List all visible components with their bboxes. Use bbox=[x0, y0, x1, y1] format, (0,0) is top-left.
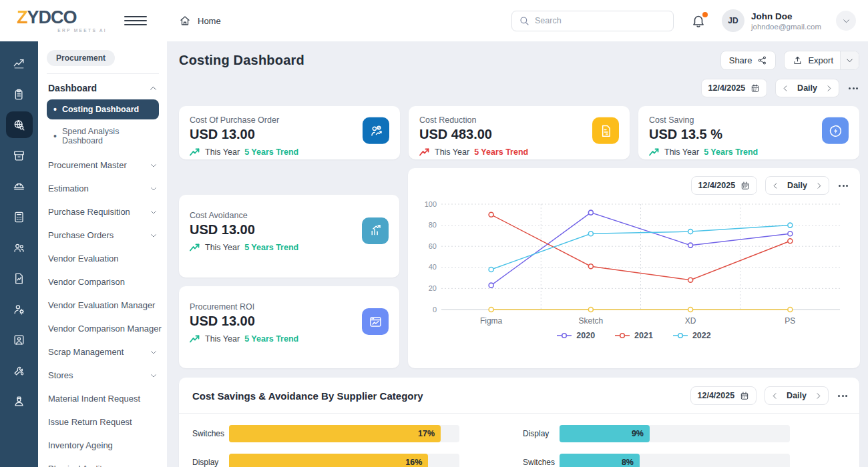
sidebar-item-procurement-master[interactable]: Procurement Master bbox=[47, 153, 163, 177]
user-dropdown-button[interactable] bbox=[836, 11, 856, 31]
bar-label: Switches bbox=[523, 458, 560, 467]
sidebar-item-scrap-management[interactable]: Scrap Management bbox=[47, 340, 163, 364]
period-next-button[interactable] bbox=[815, 182, 823, 189]
sidebar-subitem-costing-dashboard[interactable]: •Costing Dashboard bbox=[47, 99, 159, 119]
bar-value: 17% bbox=[418, 429, 435, 438]
rail-user-settings-icon[interactable] bbox=[6, 296, 33, 322]
rail-team-icon[interactable] bbox=[6, 234, 33, 261]
export-button[interactable]: Export bbox=[784, 51, 859, 70]
bar-track: 8% bbox=[560, 454, 790, 467]
chevron-down-icon bbox=[150, 348, 158, 356]
trend-link[interactable]: 5 Years Trend bbox=[244, 243, 298, 252]
rail-report-icon[interactable] bbox=[6, 265, 33, 292]
share-button[interactable]: Share bbox=[720, 51, 777, 70]
svg-text:80: 80 bbox=[429, 221, 437, 229]
top-bar: ZYDCO ERP MEETS AI Home JD John Doe john… bbox=[0, 0, 868, 41]
period-prev-button[interactable] bbox=[782, 85, 789, 92]
avoidance-bar-chart: Display9%Switches8% bbox=[523, 425, 790, 467]
sidebar-item-physical-audit[interactable]: Physical Audit bbox=[47, 457, 163, 467]
bar-label: Switches bbox=[192, 429, 229, 438]
rail-archive-icon[interactable] bbox=[6, 142, 33, 169]
rail-clipboard-icon[interactable] bbox=[6, 81, 33, 107]
trend-link[interactable]: 5 Years Trend bbox=[704, 147, 758, 157]
sidebar-section-dashboard[interactable]: Dashboard bbox=[47, 74, 163, 97]
more-options-button[interactable] bbox=[837, 394, 849, 398]
user-menu[interactable]: JD John Doe johndoe@gmail.com bbox=[722, 9, 821, 32]
kpi-value: USD 483.00 bbox=[419, 127, 619, 142]
export-dropdown[interactable] bbox=[840, 51, 859, 69]
trend-link[interactable]: 5 Years Trend bbox=[244, 334, 298, 344]
bar-fill: 17% bbox=[229, 425, 441, 442]
user-email: johndoe@gmail.com bbox=[751, 23, 821, 31]
line-chart: 020406080100FigmaSketchXDPS bbox=[419, 197, 849, 330]
menu-toggle-icon[interactable] bbox=[124, 9, 147, 32]
calendar-icon bbox=[740, 181, 750, 190]
home-icon bbox=[179, 15, 191, 27]
kpi-card-cost-saving: Cost SavingUSD 13.5 %This Year5 Years Tr… bbox=[638, 106, 859, 159]
svg-text:PS: PS bbox=[785, 316, 795, 326]
period-next-button[interactable] bbox=[815, 392, 822, 400]
sidebar-subitem-spend-analysis-dashboard[interactable]: •Spend Analysis Dashboard bbox=[47, 121, 159, 151]
kpi-value: USD 13.00 bbox=[190, 127, 389, 142]
period-prev-button[interactable] bbox=[772, 182, 779, 189]
rail-analytics-icon[interactable] bbox=[6, 50, 33, 77]
date-picker[interactable]: 12/4/2025 bbox=[690, 386, 757, 405]
chart-controls: 12/4/2025 Daily bbox=[419, 176, 849, 195]
date-picker[interactable]: 12/4/2025 bbox=[701, 79, 768, 97]
period-switcher: Daily bbox=[775, 79, 839, 97]
logo: ZYDCO ERP MEETS AI bbox=[0, 9, 107, 33]
bars-arrow-icon bbox=[362, 217, 389, 244]
bar-row-switches: Switches8% bbox=[523, 454, 790, 467]
rail-calculator-icon[interactable] bbox=[6, 203, 33, 230]
bar-track: 9% bbox=[560, 425, 790, 442]
sidebar-item-purchase-requisition[interactable]: Purchase Requisition bbox=[47, 200, 163, 223]
sidebar-item-issue-return-request[interactable]: Issue Return Request bbox=[47, 410, 163, 434]
chevron-left-icon bbox=[782, 85, 789, 92]
rail-tools-icon[interactable] bbox=[6, 357, 33, 384]
chevron-right-icon bbox=[815, 392, 822, 400]
sidebar-item-vendor-evaluation[interactable]: Vendor Evaluation bbox=[47, 247, 163, 270]
chevron-right-icon bbox=[815, 182, 823, 189]
chevron-left-icon bbox=[772, 182, 779, 189]
chevron-down-icon bbox=[150, 208, 158, 216]
main-content: Costing Dashboard Share Export 12/4/2025 bbox=[167, 41, 868, 467]
sidebar-item-estimation[interactable]: Estimation bbox=[47, 177, 163, 200]
trend-up-icon bbox=[190, 244, 200, 252]
trend-link[interactable]: 5 Years Trend bbox=[474, 147, 528, 157]
calendar-icon bbox=[740, 391, 749, 400]
period-prev-button[interactable] bbox=[771, 392, 779, 400]
sidebar-item-vendor-comparison[interactable]: Vendor Comparison bbox=[47, 270, 163, 294]
sidebar-item-purchase-orders[interactable]: Purchase Orders bbox=[47, 223, 163, 247]
rail-helmet-icon[interactable] bbox=[6, 173, 33, 199]
trend-link[interactable]: 5 Years Trend bbox=[244, 147, 298, 157]
sidebar-item-material-indent-request[interactable]: Material Indent Request bbox=[47, 387, 163, 410]
search-input[interactable] bbox=[535, 16, 666, 25]
more-options-button[interactable] bbox=[847, 86, 859, 91]
kpi-card-cost-of-purchase-order: Cost Of Purchase OrderUSD 13.00This Year… bbox=[179, 106, 400, 159]
notifications-button[interactable] bbox=[691, 12, 708, 29]
rail-user-box-icon[interactable] bbox=[6, 326, 33, 353]
rail-guard-icon[interactable] bbox=[6, 388, 33, 414]
bar-track: 17% bbox=[229, 425, 459, 442]
sidebar-item-stores[interactable]: Stores bbox=[47, 364, 163, 387]
sidebar-item-vendor-comparison-manager[interactable]: Vendor Comparison Manager bbox=[47, 317, 163, 340]
kpi-row: Cost Of Purchase OrderUSD 13.00This Year… bbox=[179, 106, 859, 159]
bar-fill: 16% bbox=[229, 454, 428, 467]
legend-item-2020[interactable]: 2020 bbox=[557, 331, 595, 340]
legend-item-2022[interactable]: 2022 bbox=[673, 331, 711, 340]
rail-globe-search-icon[interactable] bbox=[6, 111, 33, 138]
legend-item-2021[interactable]: 2021 bbox=[615, 331, 653, 340]
sidebar-menu: Procurement MasterEstimationPurchase Req… bbox=[47, 153, 163, 467]
calendar-icon bbox=[750, 83, 760, 93]
logo-tagline: ERP MEETS AI bbox=[17, 28, 107, 33]
more-options-button[interactable] bbox=[837, 183, 849, 188]
sidebar-item-inventory-ageing[interactable]: Inventory Ageing bbox=[47, 434, 163, 457]
svg-text:40: 40 bbox=[429, 263, 437, 271]
date-picker[interactable]: 12/4/2025 bbox=[691, 176, 758, 195]
period-next-button[interactable] bbox=[825, 85, 833, 92]
breadcrumb[interactable]: Home bbox=[179, 15, 221, 27]
sidebar-item-vendor-evaluation-manager[interactable]: Vendor Evaluation Manager bbox=[47, 294, 163, 317]
trend-label: This Year bbox=[205, 147, 240, 157]
bar-value: 8% bbox=[622, 458, 634, 467]
kpi-label: Cost Reduction bbox=[419, 115, 619, 125]
